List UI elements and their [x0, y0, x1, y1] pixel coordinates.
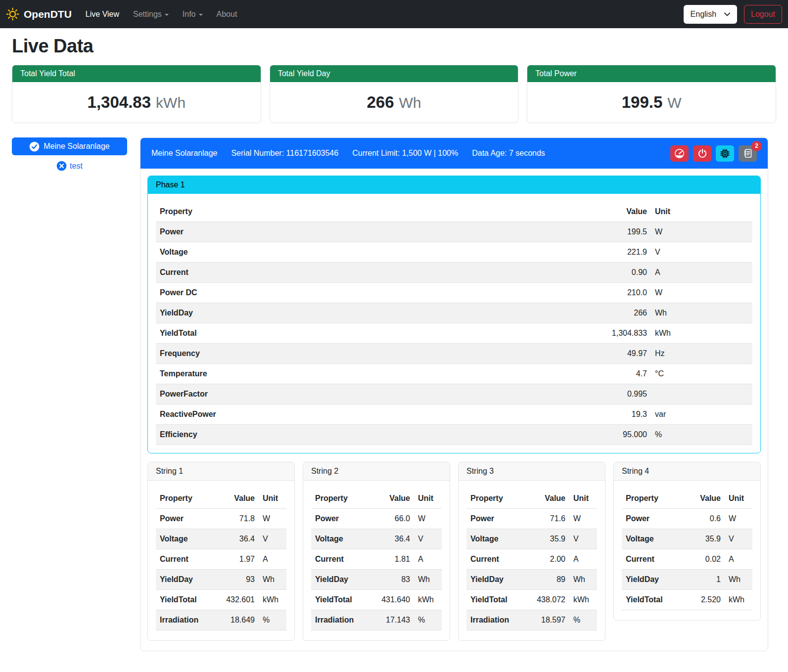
- row-value: 1,304.833: [587, 323, 651, 344]
- row-unit: %: [651, 425, 752, 445]
- row-value: 0.90: [587, 263, 651, 283]
- inverter-test-label: test: [70, 162, 83, 171]
- row-unit: %: [259, 610, 286, 630]
- nav-link-live-view[interactable]: Live View: [79, 6, 126, 23]
- row-value: 35.9: [526, 529, 569, 549]
- card-total-power: Total Power 199.5 W: [527, 65, 776, 123]
- nav-link-settings[interactable]: Settings: [126, 6, 176, 23]
- row-value: 17.143: [371, 610, 414, 630]
- row-property: Voltage: [156, 529, 215, 549]
- total-yield-total-unit: kWh: [156, 94, 185, 111]
- row-property: YieldDay: [156, 303, 587, 323]
- brand[interactable]: OpenDTU: [6, 7, 72, 21]
- row-property: Voltage: [466, 529, 526, 549]
- event-count-badge: 2: [751, 141, 762, 151]
- row-unit: W: [725, 509, 752, 529]
- row-unit: V: [725, 529, 752, 549]
- table-row: Irradiation 18.649 %: [156, 610, 286, 630]
- row-unit: W: [651, 283, 752, 303]
- nav-links: Live View Settings Info About: [79, 6, 244, 23]
- row-unit: V: [651, 242, 752, 263]
- brand-label: OpenDTU: [24, 8, 72, 20]
- inverter-test-link[interactable]: test: [56, 161, 83, 171]
- table-row: YieldDay 266 Wh: [156, 303, 752, 323]
- card-total-yield-total: Total Yield Total 1,304.83 kWh: [12, 65, 261, 123]
- row-unit: kWh: [725, 590, 752, 610]
- row-property: Power: [156, 509, 215, 529]
- inverter-select-button[interactable]: Meine Solaranlage: [12, 137, 127, 155]
- table-row: Power 199.5 W: [156, 222, 752, 242]
- nav-link-about[interactable]: About: [210, 6, 244, 23]
- table-row: Irradiation 18.597 %: [466, 610, 597, 630]
- limit-settings-button[interactable]: [670, 145, 689, 162]
- device-info-button[interactable]: [716, 145, 734, 162]
- row-unit: V: [259, 529, 286, 549]
- row-property: Efficiency: [156, 425, 587, 445]
- power-button[interactable]: [693, 145, 711, 162]
- column-unit: Unit: [651, 202, 752, 222]
- row-value: 1: [681, 570, 725, 590]
- row-value: 4.7: [587, 364, 651, 384]
- column-value: Value: [215, 489, 259, 509]
- table-row: Temperature 4.7 °C: [156, 364, 752, 384]
- row-property: Irradiation: [466, 610, 526, 630]
- row-property: YieldDay: [622, 570, 681, 590]
- string-card-header: String 1: [148, 462, 294, 481]
- table-row: Voltage 221.9 V: [156, 242, 752, 263]
- table-row: Current 1.81 A: [311, 549, 442, 570]
- row-unit: A: [569, 549, 597, 570]
- table-row: YieldTotal 431.640 kWh: [311, 590, 442, 610]
- row-unit: A: [651, 263, 752, 283]
- row-value: 89: [526, 570, 569, 590]
- string-card-header: String 4: [614, 462, 760, 481]
- row-value: 19.3: [587, 404, 651, 425]
- check-circle-icon: [29, 141, 40, 152]
- table-row: YieldDay 89 Wh: [466, 570, 597, 590]
- language-select[interactable]: English: [684, 5, 737, 24]
- table-row: Voltage 36.4 V: [311, 529, 442, 549]
- row-unit: %: [414, 610, 442, 630]
- phase-card: Phase 1 Property Value Unit: [147, 176, 761, 453]
- row-value: 0.995: [587, 384, 651, 404]
- row-property: YieldTotal: [466, 590, 526, 610]
- column-property: Property: [311, 489, 371, 509]
- row-unit: V: [569, 529, 597, 549]
- row-value: 0.6: [681, 509, 725, 529]
- column-property: Property: [156, 202, 587, 222]
- logout-button[interactable]: Logout: [744, 5, 782, 24]
- string-1-card: String 1 Property Value Unit: [147, 462, 295, 641]
- row-unit: °C: [651, 364, 752, 384]
- total-power-unit: W: [667, 94, 681, 111]
- card-total-yield-day: Total Yield Day 266 Wh: [270, 65, 519, 123]
- power-icon: [697, 148, 707, 158]
- string-3-table: Property Value Unit Power 71.6 W: [466, 489, 597, 630]
- nav-link-info[interactable]: Info: [176, 6, 210, 23]
- row-value: 2.00: [526, 549, 569, 570]
- table-row: Power 71.6 W: [466, 509, 597, 529]
- row-value: 221.9: [587, 242, 651, 263]
- row-unit: Wh: [414, 570, 442, 590]
- inverter-sidebar: Meine Solaranlage test: [12, 137, 127, 171]
- column-unit: Unit: [414, 489, 442, 509]
- row-value: 266: [587, 303, 651, 323]
- inverter-select-label: Meine Solaranlage: [44, 142, 109, 151]
- table-header-row: Property Value Unit: [311, 489, 442, 509]
- row-property: YieldTotal: [311, 590, 371, 610]
- chevron-down-icon: [724, 12, 730, 16]
- row-property: Voltage: [622, 529, 681, 549]
- table-row: Efficiency 95.000 %: [156, 425, 752, 445]
- table-header-row: Property Value Unit: [156, 489, 286, 509]
- card-header: Total Yield Day: [270, 65, 518, 82]
- row-property: Irradiation: [156, 610, 215, 630]
- row-value: 93: [215, 570, 259, 590]
- row-unit: kWh: [414, 590, 442, 610]
- row-property: ReactivePower: [156, 404, 587, 425]
- row-property: Voltage: [156, 242, 587, 263]
- row-unit: [651, 384, 752, 404]
- row-value: 95.000: [587, 425, 651, 445]
- row-property: Power: [156, 222, 587, 242]
- event-log-button[interactable]: 2: [739, 145, 757, 162]
- column-unit: Unit: [569, 489, 597, 509]
- row-value: 36.4: [215, 529, 259, 549]
- row-value: 1.97: [215, 549, 259, 570]
